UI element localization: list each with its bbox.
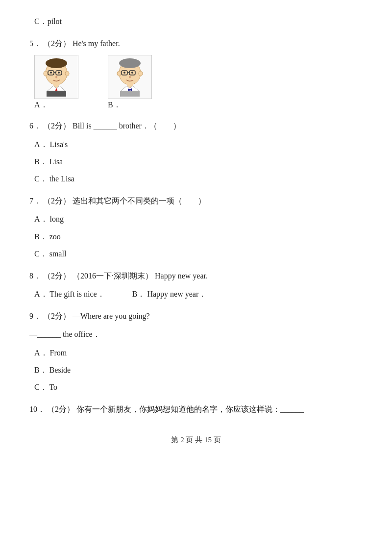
question-6-text: 6． （2分） Bill is ______ brother．（ ） [29, 119, 363, 132]
option-a-label: A． [34, 100, 48, 110]
svg-point-9 [55, 76, 57, 78]
question-8-text: 8． （2分） （2016一下·深圳期末） Happy new year. [29, 269, 363, 282]
svg-point-14 [119, 58, 141, 68]
question-10-text: 10． （2分） 你有一个新朋友，你妈妈想知道他的名字，你应该这样说：_____… [29, 403, 363, 416]
question-9-text: 9． （2分） —Where are you going? [29, 309, 363, 323]
option-a-label: A． [34, 140, 48, 149]
question-7-content: 选出和其它两个不同类的一项（ ） [73, 197, 206, 205]
option-c-text: small [49, 250, 67, 258]
option-b-text: zoo [49, 232, 61, 241]
question-9-sub: —______ the office． [29, 328, 363, 341]
man-glasses-red-tie-icon [37, 57, 76, 97]
option-a-image-block: A． [34, 55, 78, 110]
question-8-number: 8． [29, 272, 41, 280]
option-b-label: B． [34, 157, 48, 166]
question-8-options-inline: A． The gift is nice． B． Happy new year． [29, 287, 363, 301]
option-c-label: C． [34, 250, 48, 258]
option-a-label: A． [34, 215, 48, 223]
question-7-text: 7． （2分） 选出和其它两个不同类的一项（ ） [29, 194, 363, 207]
question-8-score: （2分） [43, 272, 71, 280]
question-8: 8． （2分） （2016一下·深圳期末） Happy new year. A．… [29, 269, 363, 301]
svg-point-8 [58, 72, 60, 74]
option-b-image-block: B． [108, 55, 152, 110]
question-7-number: 7． [29, 197, 41, 205]
question-10-content: 你有一个新朋友，你妈妈想知道他的名字，你应该这样说：______ [76, 405, 304, 413]
svg-rect-12 [47, 91, 66, 97]
option-b-label: B． [34, 366, 48, 374]
question-6-number: 6． [29, 122, 41, 130]
svg-point-3 [65, 71, 69, 76]
option-b-text: Beside [49, 366, 71, 374]
option-b-label: B． [108, 100, 121, 110]
svg-point-1 [46, 58, 67, 68]
question-9-option-b: B． Beside [29, 363, 363, 377]
question-6-content: Bill is ______ brother．（ ） [73, 122, 181, 130]
option-c-label: C． [34, 383, 48, 391]
svg-point-26 [129, 89, 131, 91]
option-b-image [108, 55, 152, 99]
question-6: 6． （2分） Bill is ______ brother．（ ） A． Li… [29, 119, 363, 185]
option-a-text: The gift is nice． [49, 290, 104, 298]
option-c-pilot: C．pilot [29, 15, 363, 28]
svg-point-15 [117, 71, 121, 76]
footer-text: 第 2 页 共 15 页 [171, 436, 220, 444]
question-7: 7． （2分） 选出和其它两个不同类的一项（ ） A． long B． zoo … [29, 194, 363, 260]
question-5-number: 5． [29, 39, 41, 48]
svg-point-2 [44, 71, 48, 76]
question-8-source: （2016一下·深圳期末） [73, 272, 153, 280]
option-a-text: Lisa's [50, 140, 68, 149]
option-b-label: B． [132, 290, 146, 298]
question-9-sub-text: —______ the office． [29, 330, 100, 338]
option-spacer [107, 290, 130, 298]
question-5-text: 5． （2分） He's my father. [29, 37, 363, 50]
question-7-option-b: B． zoo [29, 230, 363, 243]
question-9-option-a: A． From [29, 346, 363, 359]
question-8-body: Happy new year. [155, 272, 208, 280]
svg-point-16 [139, 71, 143, 76]
question-10: 10． （2分） 你有一个新朋友，你妈妈想知道他的名字，你应该这样说：_____… [29, 403, 363, 416]
question-9-number: 9． [29, 312, 41, 320]
question-10-score: （2分） [47, 405, 74, 413]
question-9: 9． （2分） —Where are you going? —______ th… [29, 309, 363, 394]
question-5: 5． （2分） He's my father. [29, 37, 363, 110]
svg-point-20 [123, 72, 125, 74]
option-b-label: B． [34, 232, 48, 241]
option-c-text: the Lisa [49, 175, 74, 183]
option-a-image [34, 55, 78, 99]
question-7-score: （2分） [43, 197, 71, 205]
question-5-body: He's my father. [73, 39, 120, 48]
page-footer: 第 2 页 共 15 页 [29, 435, 363, 445]
option-a-label: A． [34, 349, 48, 357]
option-b-text: Happy new year． [147, 290, 206, 298]
option-b-text: Lisa [49, 157, 63, 166]
option-text: C．pilot [29, 15, 363, 28]
question-6-option-a: A． Lisa's [29, 138, 363, 151]
question-7-option-c: C． small [29, 247, 363, 260]
option-a-text: long [50, 215, 64, 223]
question-5-images: A． [34, 55, 363, 110]
option-a-label: A． [34, 290, 48, 298]
question-6-option-b: B． Lisa [29, 155, 363, 168]
man-glasses-bow-tie-icon [110, 57, 149, 97]
question-9-option-c: C． To [29, 380, 363, 394]
question-9-score: （2分） [43, 312, 71, 320]
question-6-option-c: C． the Lisa [29, 172, 363, 185]
svg-rect-27 [120, 91, 140, 97]
svg-point-7 [50, 72, 52, 74]
question-7-option-a: A． long [29, 212, 363, 226]
option-c-text: To [49, 383, 57, 391]
question-5-score: （2分） [43, 39, 71, 48]
question-10-number: 10． [29, 405, 45, 413]
option-c-label: C． [34, 175, 48, 183]
question-6-score: （2分） [43, 122, 71, 130]
option-a-text: From [50, 349, 67, 357]
svg-point-21 [131, 72, 133, 74]
question-9-content: —Where are you going? [73, 312, 150, 320]
svg-point-22 [129, 76, 131, 78]
